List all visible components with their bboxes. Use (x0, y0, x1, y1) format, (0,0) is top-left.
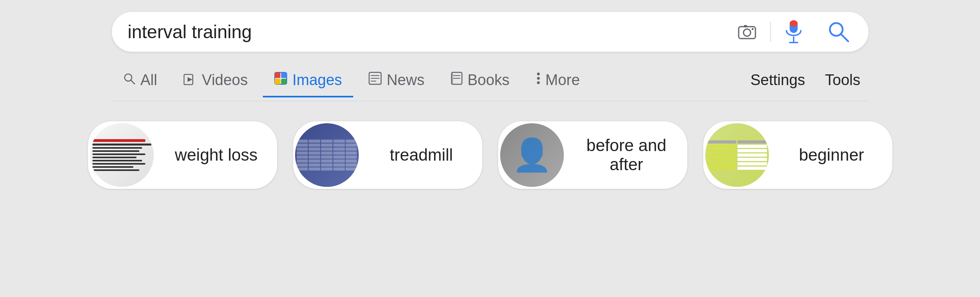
chip-treadmill-image (295, 123, 359, 187)
svg-rect-5 (790, 20, 798, 27)
chip-before-after[interactable]: 👤 before and after (498, 121, 687, 189)
tab-videos[interactable]: Videos (172, 64, 259, 97)
tab-videos-label: Videos (202, 72, 248, 89)
chip-weight-loss-image (90, 123, 154, 187)
page-container: interval training (0, 0, 980, 297)
svg-rect-16 (281, 72, 287, 78)
all-icon (123, 72, 136, 89)
chip-treadmill[interactable]: treadmill (293, 121, 482, 189)
svg-rect-15 (275, 72, 280, 78)
tab-books[interactable]: Books (440, 64, 521, 97)
mic-icon[interactable] (783, 19, 805, 45)
more-icon (536, 72, 541, 89)
chip-before-after-image: 👤 (500, 123, 564, 187)
search-input[interactable]: interval training (128, 21, 736, 43)
svg-point-27 (537, 73, 540, 76)
chip-treadmill-label: treadmill (361, 146, 482, 165)
person-silhouette: 👤 (512, 136, 552, 174)
svg-point-29 (537, 82, 540, 84)
images-icon (274, 72, 288, 89)
svg-line-9 (841, 34, 848, 41)
chip-beginner[interactable]: beginner (703, 121, 892, 189)
tab-all-label: All (141, 72, 157, 89)
tab-images-label: Images (292, 72, 342, 89)
tab-more-label: More (546, 72, 580, 89)
svg-line-11 (131, 80, 135, 84)
chip-beginner-label: beginner (771, 146, 892, 165)
tab-images[interactable]: Images (263, 64, 353, 97)
svg-marker-13 (188, 77, 192, 82)
chip-before-after-label: before and after (566, 136, 687, 174)
search-icons-right (736, 18, 853, 46)
tab-all[interactable]: All (112, 64, 168, 97)
tools-tab[interactable]: Tools (817, 64, 869, 96)
tools-label: Tools (825, 72, 861, 88)
svg-point-1 (743, 29, 751, 36)
search-bar-container: interval training (112, 12, 869, 52)
search-submit-icon[interactable] (825, 18, 853, 46)
search-divider (770, 22, 771, 42)
nav-tabs: All Videos Imag (112, 64, 869, 101)
settings-tab[interactable]: Settings (742, 64, 813, 96)
search-bar[interactable]: interval training (112, 12, 869, 52)
news-icon (368, 72, 382, 89)
books-icon (451, 72, 463, 89)
videos-icon (184, 72, 197, 89)
chip-weight-loss[interactable]: weight loss (88, 121, 277, 189)
camera-icon[interactable] (736, 21, 758, 43)
svg-point-28 (537, 77, 540, 80)
svg-point-3 (752, 28, 754, 30)
tab-books-label: Books (468, 72, 510, 89)
svg-rect-17 (275, 79, 280, 84)
svg-rect-26 (452, 73, 453, 83)
svg-rect-18 (281, 79, 287, 84)
svg-rect-2 (744, 25, 747, 27)
tab-news-label: News (387, 72, 424, 89)
chip-weight-loss-label: weight loss (156, 146, 277, 165)
settings-label: Settings (750, 72, 805, 88)
chips-container: weight loss treadmill 👤 (72, 121, 908, 189)
chip-beginner-image (705, 123, 769, 187)
tab-news[interactable]: News (357, 64, 436, 97)
tab-more[interactable]: More (525, 64, 591, 97)
